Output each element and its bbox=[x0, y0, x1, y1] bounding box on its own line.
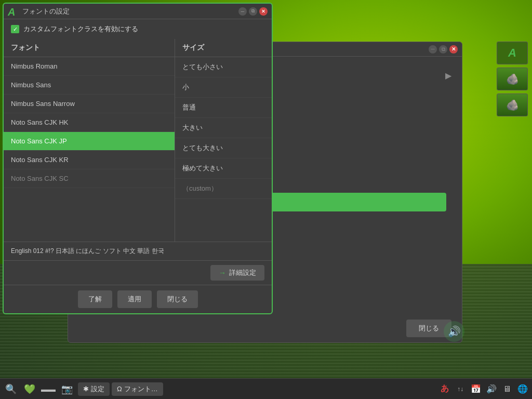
taskbar-heart-icon[interactable]: 💚 bbox=[21, 380, 38, 398]
font-item-noto-sans-cjk-hk[interactable]: Noto Sans CJK HK bbox=[4, 113, 175, 132]
taskbar: 🔍 💚 ▬▬ 📷 ✱ 設定 Ω フォント… あ ↑↓ 📅 🔊 bbox=[0, 378, 532, 399]
taskbar-right: あ ↑↓ 📅 🔊 🖥 🌐 bbox=[437, 382, 530, 396]
font-preview: English 012 #!? 日本語 にほんご ソフト 中文 華語 한국 bbox=[4, 242, 272, 260]
volume-tray-glyph: 🔊 bbox=[486, 384, 497, 394]
font-dialog-footer: 了解 適用 閉じる bbox=[4, 285, 272, 313]
taskbar-display-icon[interactable]: 🖥 bbox=[500, 382, 514, 396]
font-item-noto-sans-cjk-sc[interactable]: Noto Sans CJK SC bbox=[4, 169, 175, 188]
taskbar-camera-icon[interactable]: 📷 bbox=[58, 380, 76, 398]
font-ok-button[interactable]: 了解 bbox=[78, 290, 112, 308]
font-dialog-title: フォントの設定 bbox=[22, 7, 70, 16]
font-item-nimbus-sans[interactable]: Nimbus Sans bbox=[4, 76, 175, 95]
font-dialog-controls: ─ ⧉ ✕ bbox=[238, 7, 268, 16]
taskbar-terminal-icon[interactable]: ▬▬ bbox=[39, 380, 57, 398]
font-list-panel: フォント Nimbus Roman Nimbus Sans Nimbus San… bbox=[4, 39, 175, 242]
display-tray-glyph: 🖥 bbox=[503, 384, 511, 394]
taskbar-char-icon[interactable]: あ bbox=[437, 382, 452, 396]
size-item-custom[interactable]: （custom） bbox=[175, 179, 272, 199]
speaker-glyph: 🔊 bbox=[448, 325, 461, 338]
font-preview-text: English 012 #!? 日本語 にほんご ソフト 中文 華語 한국 bbox=[11, 247, 164, 256]
font-dialog-minimize[interactable]: ─ bbox=[238, 7, 247, 16]
taskbar-fonts-item[interactable]: Ω フォント… bbox=[112, 382, 163, 396]
camera-icon: 📷 bbox=[61, 383, 73, 395]
advanced-arrow-icon: → bbox=[219, 269, 226, 277]
size-item-normal[interactable]: 普通 bbox=[175, 98, 272, 118]
size-item-extremely-large[interactable]: 極めて大きい bbox=[175, 158, 272, 179]
font-dialog: A フォントの設定 ─ ⧉ ✕ ✓ カスタムフォントクラスを有効にする フォント… bbox=[3, 3, 273, 314]
taskbar-calendar-icon[interactable]: 📅 bbox=[469, 382, 483, 396]
taskbar-keyboard-icon[interactable]: 🌐 bbox=[515, 382, 530, 396]
font-item-nimbus-sans-narrow[interactable]: Nimbus Sans Narrow bbox=[4, 95, 175, 113]
font-advanced-button[interactable]: → 詳細設定 bbox=[210, 265, 264, 281]
font-dialog-titlebar: A フォントの設定 ─ ⧉ ✕ bbox=[4, 4, 272, 19]
settings-titlebar-buttons: ─ ⧉ ✕ bbox=[429, 45, 458, 54]
terminal-icon: ▬▬ bbox=[41, 385, 56, 393]
search-icon: 🔍 bbox=[5, 383, 17, 395]
font-dialog-title-left: A フォントの設定 bbox=[8, 6, 70, 17]
settings-icon: ✱ bbox=[83, 385, 89, 393]
advanced-button-label: 詳細設定 bbox=[229, 268, 256, 277]
size-list-scroll[interactable]: とても小さい 小 普通 大きい とても大きい 極めて大きい （custom） bbox=[175, 57, 272, 242]
font-dialog-checkbox-row[interactable]: ✓ カスタムフォントクラスを有効にする bbox=[4, 19, 272, 39]
font-dialog-body: フォント Nimbus Roman Nimbus Sans Nimbus San… bbox=[4, 39, 272, 242]
settings-speaker-icon: 🔊 bbox=[444, 321, 464, 342]
char-tray-glyph: あ bbox=[441, 383, 449, 394]
taskbar-settings-label: 設定 bbox=[91, 384, 104, 394]
settings-bottom: 閉じる bbox=[68, 314, 462, 342]
settings-maximize-button[interactable]: ⧉ bbox=[439, 45, 447, 54]
size-list-header: サイズ bbox=[175, 39, 272, 57]
taskbar-fonts-label: フォント… bbox=[124, 384, 158, 394]
font-dialog-close[interactable]: ✕ bbox=[259, 7, 268, 16]
taskbar-search-icon[interactable]: 🔍 bbox=[2, 380, 20, 398]
size-item-very-small[interactable]: とても小さい bbox=[175, 57, 272, 77]
thumbnail-zen2-image: 🪨 bbox=[506, 99, 519, 111]
settings-close-button[interactable]: ✕ bbox=[449, 45, 458, 54]
custom-font-checkbox[interactable]: ✓ bbox=[11, 25, 19, 33]
keyboard-tray-glyph: 🌐 bbox=[517, 384, 528, 394]
fonts-icon: Ω bbox=[117, 385, 122, 393]
thumbnail-zen2[interactable]: 🪨 bbox=[497, 94, 528, 116]
font-item-noto-sans-cjk-jp[interactable]: Noto Sans CJK JP bbox=[4, 132, 175, 151]
font-item-noto-sans-cjk-kr[interactable]: Noto Sans CJK KR bbox=[4, 151, 175, 169]
thumbnail-a-icon: A bbox=[508, 46, 516, 60]
heart-icon: 💚 bbox=[24, 383, 35, 395]
size-list-panel: サイズ とても小さい 小 普通 大きい とても大きい 極めて大きい （custo… bbox=[175, 39, 272, 242]
taskbar-network-icon[interactable]: ↑↓ bbox=[453, 382, 468, 396]
thumbnail-a[interactable]: A bbox=[497, 42, 528, 64]
thumbnail-zen1-image: 🪨 bbox=[506, 73, 519, 85]
size-item-large[interactable]: 大きい bbox=[175, 118, 272, 138]
taskbar-left: 🔍 💚 ▬▬ 📷 ✱ 設定 Ω フォント… bbox=[2, 380, 163, 398]
taskbar-settings-item[interactable]: ✱ 設定 bbox=[78, 382, 110, 396]
thumbnail-zen1[interactable]: 🪨 bbox=[497, 68, 528, 90]
calendar-tray-glyph: 📅 bbox=[471, 384, 481, 394]
desktop-thumbnails: A 🪨 🪨 bbox=[497, 42, 528, 116]
font-dialog-maximize[interactable]: ⧉ bbox=[249, 7, 257, 16]
font-app-icon: A bbox=[8, 6, 18, 17]
taskbar-volume-icon[interactable]: 🔊 bbox=[484, 382, 499, 396]
size-item-small[interactable]: 小 bbox=[175, 77, 272, 98]
font-close-button[interactable]: 閉じる bbox=[157, 290, 198, 308]
font-list-scroll[interactable]: Nimbus Roman Nimbus Sans Nimbus Sans Nar… bbox=[4, 57, 175, 242]
custom-font-checkbox-label: カスタムフォントクラスを有効にする bbox=[23, 24, 138, 34]
size-item-very-large[interactable]: とても大きい bbox=[175, 138, 272, 158]
font-list-header: フォント bbox=[4, 39, 175, 57]
settings-minimize-button[interactable]: ─ bbox=[429, 45, 437, 54]
font-apply-button[interactable]: 適用 bbox=[117, 290, 152, 308]
settings-toolbar-arrow: ▶ bbox=[445, 71, 451, 81]
network-tray-glyph: ↑↓ bbox=[457, 385, 463, 393]
font-advanced-row: → 詳細設定 bbox=[4, 260, 272, 285]
font-item-nimbus-roman[interactable]: Nimbus Roman bbox=[4, 57, 175, 76]
